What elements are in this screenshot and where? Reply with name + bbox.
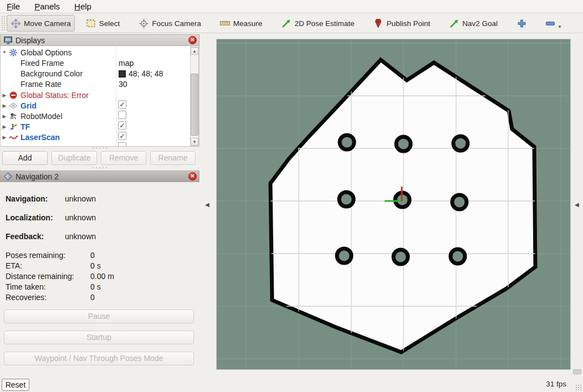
poses-remaining-label: Poses remaining:: [6, 251, 65, 260]
nav2-goal-arrow-icon: [449, 18, 459, 28]
eta-label: ETA:: [6, 261, 22, 270]
pose-estimate-arrow-icon: [281, 18, 291, 28]
strip-handle[interactable]: [573, 369, 581, 374]
focus-camera-icon: [139, 18, 149, 28]
displays-close-button[interactable]: ✕: [188, 36, 197, 44]
splitter-handle[interactable]: [90, 147, 109, 149]
publish-point-label: Publish Point: [386, 19, 430, 28]
minus-icon: [545, 18, 555, 28]
robot-model-icon: [8, 112, 18, 121]
recoveries-value: 0: [90, 293, 95, 302]
displays-tree: ▼ Global Options Fixed Frame map Backgro…: [0, 46, 200, 147]
navigation-value: unknown: [65, 194, 96, 203]
resize-grip[interactable]: [575, 384, 582, 391]
expand-triangle-icon[interactable]: ▼: [1, 50, 8, 55]
duplicate-button[interactable]: Duplicate: [52, 151, 97, 165]
nav2-goal-tool[interactable]: Nav2 Goal: [446, 15, 501, 32]
collapse-triangle-icon[interactable]: ▶: [1, 135, 8, 140]
nav2-goal-label: Nav2 Goal: [462, 19, 498, 28]
displays-panel-header[interactable]: Displays ✕: [0, 34, 200, 46]
nav2-close-button[interactable]: ✕: [188, 172, 197, 180]
localization-value: unknown: [65, 213, 96, 222]
displays-panel-title: Displays: [16, 36, 45, 45]
fixed-frame-value[interactable]: map: [119, 59, 134, 68]
laser-scan-label: LaserScan: [21, 133, 60, 142]
time-taken-label: Time taken:: [6, 282, 46, 291]
scroll-down-icon[interactable]: ▼: [191, 138, 198, 146]
distance-remaining-value: 0.00 m: [90, 272, 114, 281]
menu-help[interactable]: Help: [74, 2, 91, 11]
measure-tool[interactable]: Measure: [217, 15, 266, 32]
grid-display-icon: [8, 101, 18, 110]
nav2-panel-title: Navigation 2: [16, 172, 59, 181]
background-color-label: Background Color: [21, 69, 83, 78]
startup-button[interactable]: Startup: [4, 331, 194, 344]
measure-label: Measure: [233, 19, 263, 28]
error-icon: [8, 91, 18, 100]
tree-row-global-status[interactable]: ▶ Global Status: Error: [1, 90, 189, 100]
tree-row-global-options[interactable]: ▼ Global Options: [1, 47, 189, 58]
select-label: Select: [99, 19, 120, 28]
nav2-panel-header[interactable]: Navigation 2 ✕: [0, 171, 200, 182]
tree-row-grid[interactable]: ▶ Grid: [1, 100, 189, 111]
scroll-up-icon[interactable]: ▲: [191, 47, 198, 55]
add-tool-button[interactable]: [513, 15, 530, 32]
add-button[interactable]: Add: [2, 151, 48, 165]
tree-row-tf[interactable]: ▶ TF: [1, 121, 189, 132]
eta-value: 0 s: [90, 261, 101, 270]
toolbar-grip[interactable]: [1, 16, 6, 31]
tree-row-laser-scan[interactable]: ▶ LaserScan: [1, 132, 189, 142]
move-camera-tool[interactable]: Move Camera: [7, 15, 75, 32]
remove-tool-button[interactable]: ▼: [542, 15, 566, 32]
splitter-handle[interactable]: [90, 167, 109, 169]
map-canvas[interactable]: [217, 39, 570, 369]
tool-dropdown-caret-icon[interactable]: ▼: [558, 24, 562, 29]
pause-button[interactable]: Pause: [4, 310, 194, 323]
collapse-triangle-icon[interactable]: ▶: [1, 114, 8, 119]
pose-estimate-label: 2D Pose Estimate: [294, 19, 354, 28]
measure-icon: [220, 18, 230, 28]
scrollbar-thumb[interactable]: [191, 74, 198, 136]
collapse-triangle-icon[interactable]: ▶: [1, 103, 8, 109]
fixed-frame-label: Fixed Frame: [21, 59, 64, 68]
fps-counter: 31 fps: [546, 380, 566, 388]
robot-model-checkbox[interactable]: [118, 111, 126, 119]
collapse-triangle-icon[interactable]: ▶: [1, 92, 8, 98]
global-options-label: Global Options: [21, 48, 72, 57]
right-panel-strip: ◀: [571, 39, 583, 370]
distance-remaining-label: Distance remaining:: [6, 272, 74, 281]
remove-button[interactable]: Remove: [101, 151, 146, 165]
global-status-label: Global Status: Error: [21, 91, 89, 100]
feedback-value: unknown: [65, 232, 96, 241]
left-panel-collapse-icon[interactable]: ◀: [205, 202, 209, 208]
displays-scrollbar[interactable]: ▲ ▼: [190, 47, 199, 146]
toolbar: Move Camera Select Focus Camera: [0, 14, 583, 33]
publish-point-tool[interactable]: Publish Point: [370, 15, 433, 32]
waypoint-mode-button[interactable]: Waypoint / Nav Through Poses Mode: [4, 352, 194, 365]
pose-estimate-tool[interactable]: 2D Pose Estimate: [278, 15, 357, 32]
localization-label: Localization:: [6, 213, 53, 222]
render-view[interactable]: [216, 39, 571, 370]
menu-file[interactable]: File: [7, 2, 20, 11]
tree-row-robot-model[interactable]: ▶ RobotModel: [1, 111, 189, 121]
menu-panels[interactable]: Panels: [34, 2, 60, 11]
reset-button[interactable]: Reset: [2, 379, 29, 391]
grid-checkbox[interactable]: [118, 100, 126, 109]
collapse-triangle-icon[interactable]: ▶: [1, 145, 8, 147]
tf-checkbox[interactable]: [118, 121, 126, 130]
right-panel-collapse-icon[interactable]: ◀: [575, 202, 579, 208]
frame-rate-value[interactable]: 30: [119, 80, 127, 89]
laser-scan-checkbox[interactable]: [118, 132, 126, 140]
rename-button[interactable]: Rename: [150, 151, 196, 165]
collapse-triangle-icon[interactable]: ▶: [1, 124, 8, 130]
time-taken-value: 0 s: [90, 282, 101, 291]
tree-row-frame-rate[interactable]: Frame Rate: [1, 79, 189, 89]
grid-label: Grid: [21, 101, 37, 110]
focus-camera-tool[interactable]: Focus Camera: [135, 15, 204, 32]
status-bar: Reset 31 fps: [0, 378, 583, 392]
select-tool[interactable]: Select: [83, 15, 124, 32]
tree-row-partial[interactable]: ▶: [1, 142, 189, 147]
background-color-value[interactable]: 48; 48; 48: [119, 69, 163, 78]
tree-row-fixed-frame[interactable]: Fixed Frame: [1, 58, 189, 68]
partial-checkbox[interactable]: [118, 142, 126, 147]
